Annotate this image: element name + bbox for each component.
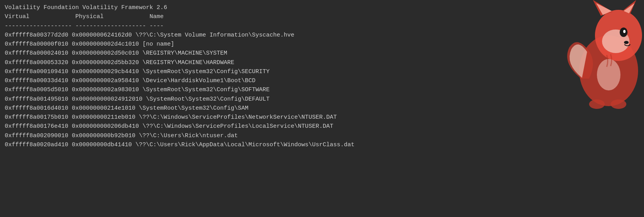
terminal-window: Volatility Foundation Volatility Framewo… bbox=[0, 0, 644, 217]
terminal-line-4: 0xfffff8a00377d2d0 0x0000000624162d0 \??… bbox=[5, 31, 639, 40]
terminal-line-1: Volatility Foundation Volatility Framewo… bbox=[5, 3, 639, 12]
terminal-line-2: Virtual Physical Name bbox=[5, 12, 639, 21]
terminal-line-14: 0xfffff8a00176e410 0x000000000206db410 \… bbox=[5, 122, 639, 131]
svg-point-9 bbox=[624, 41, 629, 44]
svg-point-8 bbox=[623, 30, 626, 33]
terminal-line-15: 0xfffff8a002090010 0x000000000b92b010 \?… bbox=[5, 131, 639, 140]
terminal-line-9: 0xfffff8a00033d410 0x0000000002a958410 \… bbox=[5, 76, 639, 85]
terminal-line-7: 0xfffff8a000053320 0x0000000002d5bb320 \… bbox=[5, 58, 639, 67]
terminal-line-10: 0xfffff8a0005d5010 0x0000000002a983010 \… bbox=[5, 85, 639, 94]
terminal-line-5: 0xfffff8a00000f010 0x0000000002d4c1010 [… bbox=[5, 40, 639, 49]
svg-point-11 bbox=[611, 99, 626, 109]
terminal-line-16: 0xfffff8a0020ad410 0x00000000db41410 \??… bbox=[5, 140, 639, 149]
terminal-line-12: 0xfffff8a0016d4010 0x00000000214e1010 \S… bbox=[5, 104, 639, 113]
terminal-line-13: 0xfffff8a00175b010 0x00000000211eb010 \?… bbox=[5, 113, 639, 122]
terminal-line-8: 0xfffff8a000109410 0x00000000029cb4410 \… bbox=[5, 67, 639, 76]
terminal-line-3: ------------------- --------------------… bbox=[5, 22, 639, 31]
terminal-line-6: 0xfffff8a000024010 0x0000000002d50c010 \… bbox=[5, 49, 639, 58]
fox-decoration bbox=[558, 0, 644, 110]
svg-point-10 bbox=[589, 99, 605, 109]
terminal-line-11: 0xfffff8a001495010 0x000000000024912010 … bbox=[5, 95, 639, 104]
svg-point-12 bbox=[597, 59, 620, 90]
